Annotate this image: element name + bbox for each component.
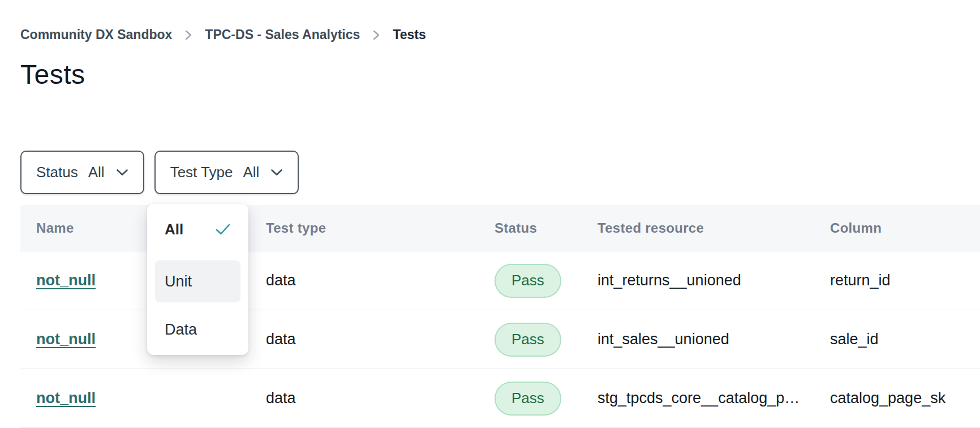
chevron-right-icon [184, 28, 192, 42]
test-type-filter-label: Test Type [170, 164, 233, 181]
dropdown-option-all[interactable]: All [155, 213, 240, 246]
chevron-down-icon [270, 169, 283, 176]
tested-resource-cell: int_returns__unioned [598, 272, 830, 289]
column-cell: return_id [830, 272, 980, 289]
dropdown-option-label: Data [165, 321, 197, 339]
column-cell: catalog_page_sk [830, 390, 980, 407]
table-row: not_null data Pass stg_tpcds_core__catal… [20, 369, 980, 428]
chevron-down-icon [116, 169, 128, 176]
status-filter-label: Status [36, 164, 78, 181]
status-badge: Pass [495, 323, 561, 357]
test-type-filter-value: All [243, 164, 259, 181]
tested-resource-cell: stg_tpcds_core__catalog_p… [598, 390, 830, 407]
chevron-right-icon [372, 28, 380, 42]
breadcrumb: Community DX Sandbox TPC-DS - Sales Anal… [20, 27, 426, 42]
dropdown-option-unit[interactable]: Unit [155, 260, 240, 302]
dropdown-option-data[interactable]: Data [155, 313, 240, 346]
breadcrumb-item-project[interactable]: Community DX Sandbox [20, 27, 172, 42]
test-type-filter-button[interactable]: Test Type All [154, 151, 299, 194]
status-badge: Pass [495, 264, 561, 298]
page-title: Tests [20, 59, 85, 90]
column-cell: sale_id [830, 331, 980, 348]
status-badge: Pass [495, 382, 561, 416]
column-header-column: Column [830, 220, 980, 236]
test-type-dropdown-menu: All Unit Data [147, 204, 248, 355]
status-filter-button[interactable]: Status All [20, 151, 144, 194]
column-header-status: Status [495, 220, 598, 236]
status-filter-value: All [88, 164, 105, 181]
test-type-cell: data [266, 390, 495, 407]
test-name-link[interactable]: not_null [36, 331, 96, 348]
test-name-link[interactable]: not_null [36, 390, 96, 406]
breadcrumb-item-tests: Tests [393, 27, 425, 42]
test-name-link[interactable]: not_null [36, 272, 96, 289]
filter-bar: Status All Test Type All [20, 151, 299, 194]
dropdown-option-label: All [165, 221, 183, 238]
column-header-tested-resource: Tested resource [598, 220, 830, 236]
dropdown-option-label: Unit [165, 273, 192, 290]
breadcrumb-item-environment[interactable]: TPC-DS - Sales Analytics [205, 27, 360, 42]
column-header-test-type: Test type [266, 220, 495, 236]
tested-resource-cell: int_sales__unioned [598, 331, 830, 348]
test-type-cell: data [266, 331, 495, 348]
test-type-cell: data [266, 272, 495, 289]
check-icon [215, 223, 231, 236]
